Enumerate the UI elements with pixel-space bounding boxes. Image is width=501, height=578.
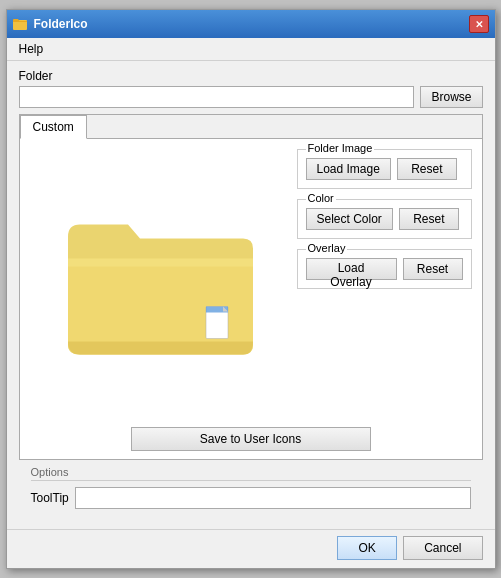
main-window: FolderIco ✕ Help Folder Browse Custom (6, 9, 496, 569)
menu-bar: Help (7, 38, 495, 61)
cancel-button[interactable]: Cancel (403, 536, 482, 560)
title-bar-left: FolderIco (13, 16, 88, 32)
options-section: Options ToolTip (19, 460, 483, 519)
title-bar-controls: ✕ (469, 15, 489, 33)
tooltip-row: ToolTip (31, 487, 471, 509)
browse-button[interactable]: Browse (420, 86, 482, 108)
folder-image-buttons: Load Image Reset (306, 158, 463, 180)
overlay-buttons: Load Overlay Reset (306, 258, 463, 280)
reset-color-button[interactable]: Reset (399, 208, 459, 230)
ok-button[interactable]: OK (337, 536, 397, 560)
tab-header: Custom (20, 115, 482, 139)
select-color-button[interactable]: Select Color (306, 208, 393, 230)
folder-label: Folder (19, 69, 483, 83)
tooltip-label: ToolTip (31, 491, 69, 505)
color-group: Color Select Color Reset (297, 199, 472, 239)
color-legend: Color (306, 192, 336, 204)
title-bar: FolderIco ✕ (7, 10, 495, 38)
folder-row: Browse (19, 86, 483, 108)
controls-panel: Folder Image Load Image Reset Color Sele… (297, 149, 472, 409)
tab-content: Folder Image Load Image Reset Color Sele… (20, 139, 482, 419)
folder-field-row: Folder Browse (19, 69, 483, 108)
reset-image-button[interactable]: Reset (397, 158, 457, 180)
bottom-buttons: OK Cancel (7, 529, 495, 568)
main-content: Folder Browse Custom (7, 61, 495, 529)
reset-overlay-button[interactable]: Reset (403, 258, 463, 280)
folder-input[interactable] (19, 86, 415, 108)
tooltip-input[interactable] (75, 487, 471, 509)
folder-preview-icon (58, 184, 258, 374)
tab-panel: Custom (19, 114, 483, 460)
overlay-group: Overlay Load Overlay Reset (297, 249, 472, 289)
save-to-user-icons-button[interactable]: Save to User Icons (131, 427, 371, 451)
folder-preview (30, 149, 287, 409)
overlay-legend: Overlay (306, 242, 348, 254)
menu-help[interactable]: Help (13, 40, 50, 58)
title-bar-folder-icon (13, 16, 29, 32)
close-button[interactable]: ✕ (469, 15, 489, 33)
color-buttons: Select Color Reset (306, 208, 463, 230)
options-label: Options (31, 466, 471, 481)
load-overlay-button[interactable]: Load Overlay (306, 258, 397, 280)
folder-image-legend: Folder Image (306, 142, 375, 154)
folder-image-group: Folder Image Load Image Reset (297, 149, 472, 189)
tab-custom[interactable]: Custom (20, 115, 87, 139)
save-btn-row: Save to User Icons (20, 419, 482, 459)
load-image-button[interactable]: Load Image (306, 158, 391, 180)
title-bar-title: FolderIco (34, 17, 88, 31)
